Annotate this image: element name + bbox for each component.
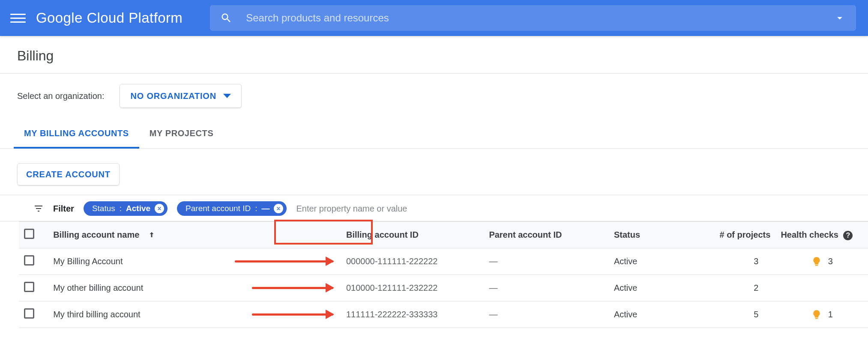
gcp-logo-text: Google Cloud Platform: [36, 10, 183, 26]
lightbulb-icon: [811, 309, 822, 320]
billing-accounts-table: Billing account name Billing account ID …: [19, 221, 868, 328]
row-checkbox[interactable]: [24, 282, 34, 292]
sort-ascending-icon: [148, 231, 156, 241]
svg-rect-0: [815, 265, 818, 265]
tab-my-billing-accounts[interactable]: MY BILLING ACCOUNTS: [14, 121, 139, 149]
col-header-id[interactable]: Billing account ID: [341, 222, 484, 248]
table-row: My other billing account 010000-121111-2…: [19, 275, 868, 301]
annotation-arrow: [235, 275, 341, 301]
cell-projects: 2: [697, 275, 776, 301]
cell-health: 1: [775, 301, 868, 328]
col-header-status[interactable]: Status: [609, 222, 697, 248]
organization-value: NO ORGANIZATION: [130, 91, 216, 101]
row-checkbox[interactable]: [24, 255, 34, 266]
billing-accounts-section: Billing account name Billing account ID …: [0, 221, 868, 328]
tab-my-projects[interactable]: MY PROJECTS: [139, 121, 224, 149]
filter-icon: [33, 203, 44, 214]
cell-status: Active: [609, 248, 697, 275]
cell-name[interactable]: My other billing account: [48, 275, 235, 301]
organization-row: Select an organization: NO ORGANIZATION: [0, 74, 868, 121]
col-header-projects[interactable]: # of projects: [697, 222, 776, 248]
cell-projects: 5: [697, 301, 776, 328]
table-row: My third billing account 111111-222222-3…: [19, 301, 868, 328]
health-count: 3: [828, 257, 833, 266]
table-row: My Billing Account 000000-111111-222222 …: [19, 248, 868, 275]
annotation-arrow: [235, 301, 341, 328]
search-icon: [220, 12, 232, 24]
organization-label: Select an organization:: [17, 91, 104, 101]
cell-projects: 3: [697, 248, 776, 275]
col-header-parent[interactable]: Parent account ID: [484, 222, 609, 248]
hamburger-menu-icon[interactable]: [10, 10, 26, 26]
filter-chip-key: Parent account ID: [186, 204, 251, 213]
cell-name[interactable]: My third billing account: [48, 301, 235, 328]
toolbar: CREATE ACCOUNT: [0, 149, 868, 195]
create-account-button[interactable]: CREATE ACCOUNT: [17, 163, 120, 185]
col-header-name[interactable]: Billing account name: [48, 222, 341, 248]
gcp-logo[interactable]: Google Cloud Platform: [36, 10, 183, 26]
select-all-checkbox[interactable]: [24, 229, 34, 239]
cell-name[interactable]: My Billing Account: [48, 248, 235, 275]
chevron-down-icon[interactable]: [834, 12, 846, 24]
cell-parent: —: [484, 248, 609, 275]
cell-parent: —: [484, 275, 609, 301]
col-header-health[interactable]: Health checks ?: [775, 222, 868, 248]
search-input[interactable]: [232, 12, 834, 24]
row-checkbox[interactable]: [24, 308, 34, 319]
organization-select[interactable]: NO ORGANIZATION: [120, 84, 242, 108]
table-header-row: Billing account name Billing account ID …: [19, 222, 868, 248]
svg-rect-1: [815, 318, 818, 318]
annotation-arrow: [235, 248, 341, 275]
cell-health: [775, 275, 868, 301]
cell-status: Active: [609, 301, 697, 328]
tabs: MY BILLING ACCOUNTS MY PROJECTS: [0, 121, 868, 149]
filter-chip-parent-account-id[interactable]: Parent account ID : —: [177, 201, 287, 216]
chip-remove-icon[interactable]: [155, 204, 164, 213]
search-bar[interactable]: [210, 5, 856, 31]
filter-chip-value: —: [261, 204, 269, 213]
lightbulb-icon: [811, 256, 822, 267]
filter-bar: Filter Status : Active Parent account ID…: [0, 195, 868, 221]
gcp-header: Google Cloud Platform: [0, 0, 868, 36]
help-icon[interactable]: ?: [843, 231, 853, 240]
cell-id[interactable]: 111111-222222-333333: [341, 301, 484, 328]
filter-input[interactable]: [296, 204, 842, 214]
filter-chip-status[interactable]: Status : Active: [84, 201, 168, 216]
cell-status: Active: [609, 275, 697, 301]
filter-chip-value: Active: [126, 204, 150, 213]
cell-health: 3: [775, 248, 868, 275]
filter-label: Filter: [53, 204, 74, 214]
page-title: Billing: [0, 36, 868, 73]
cell-parent: —: [484, 301, 609, 328]
health-count: 1: [828, 310, 833, 319]
filter-chip-key: Status: [92, 204, 115, 213]
cell-id[interactable]: 010000-121111-232222: [341, 275, 484, 301]
dropdown-triangle-icon: [223, 94, 231, 98]
chip-remove-icon[interactable]: [274, 204, 283, 213]
cell-id[interactable]: 000000-111111-222222: [341, 248, 484, 275]
